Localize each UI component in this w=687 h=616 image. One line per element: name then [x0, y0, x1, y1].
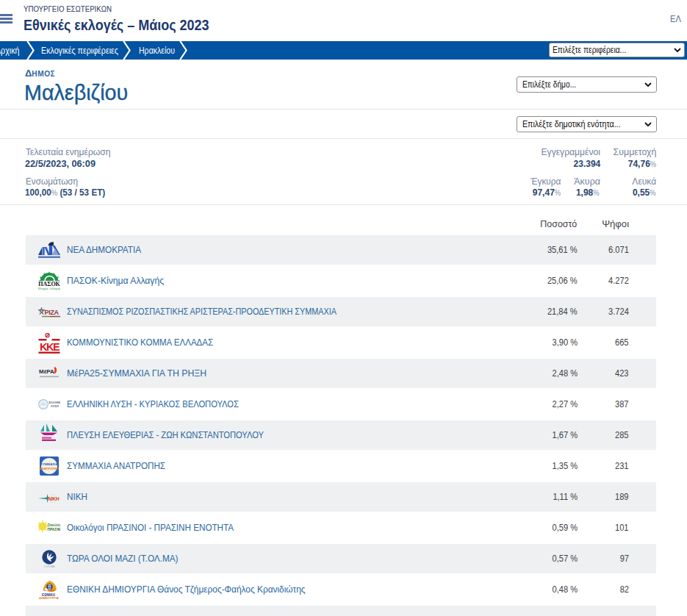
svg-text:ΔΗΜΙΟΥΡΓΙΑ: ΔΗΜΙΟΥΡΓΙΑ: [39, 596, 59, 599]
svg-text:ΛΥΣΗ: ΛΥΣΗ: [51, 404, 59, 408]
svg-text:Κίνημα Αλλαγής: Κίνημα Αλλαγής: [38, 287, 60, 290]
svg-text:Οικολόγοι: Οικολόγοι: [48, 523, 61, 527]
svg-text:ΑΝΑΤΡΟΠΗΣ: ΑΝΑΤΡΟΠΗΣ: [39, 467, 60, 470]
svg-text:ΣΥΜΜΑΧΙΑ: ΣΥΜΜΑΧΙΑ: [40, 462, 58, 466]
svg-text:ΠΡΑΣΙΝΟΙ: ΠΡΑΣΙΝΟΙ: [48, 528, 61, 531]
svg-text:ΝΙΚΗ: ΝΙΚΗ: [48, 496, 60, 501]
svg-text:ΜέΡΑ: ΜέΡΑ: [39, 368, 54, 375]
svg-text:Τ.ΟΛ.ΜΑ: Τ.ΟΛ.ΜΑ: [44, 565, 55, 568]
svg-text:KKE: KKE: [40, 341, 60, 353]
svg-text:ΡΙΖΑ: ΡΙΖΑ: [45, 309, 60, 316]
